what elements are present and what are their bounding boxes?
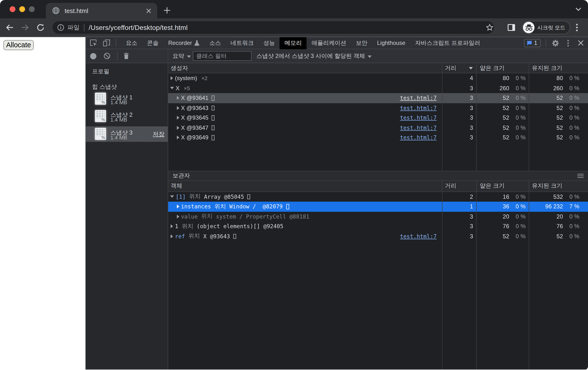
heap-grid-area: 생성자 거리 얕은 크기 유지된 크기 (system)×24800 %800 …	[168, 63, 588, 370]
devtools-close-icon[interactable]	[578, 40, 584, 46]
column-header-shallow-size[interactable]: 얕은 크기	[476, 181, 529, 191]
record-heap-icon[interactable]	[90, 53, 96, 59]
cell-distance: 3	[442, 103, 476, 113]
retainer-row[interactable]: [1]위치Array @850452160 %5320 %	[168, 192, 588, 202]
column-header-retained-size[interactable]: 유지된 크기	[529, 181, 588, 191]
retainers-menu-icon[interactable]	[578, 174, 584, 178]
constructor-row[interactable]: X @93643test.html:73520 %520 %	[168, 103, 588, 113]
devtools-tab-1[interactable]: 요소	[121, 37, 142, 49]
source-link[interactable]: test.html:7	[400, 95, 442, 102]
devtools-tab-9[interactable]: 보안	[351, 37, 372, 49]
column-header-object[interactable]: 객체	[168, 181, 442, 191]
collapsed-triangle-icon[interactable]	[171, 234, 173, 238]
tab-close-icon[interactable]	[146, 8, 151, 13]
devtools-tab-8[interactable]: 애플리케이션	[307, 37, 351, 49]
snapshot-item-1[interactable]: %스냅샷 11.4 MB	[86, 91, 168, 106]
collapsed-triangle-icon[interactable]	[177, 106, 179, 110]
clear-profiles-icon[interactable]	[104, 53, 110, 59]
collapsed-triangle-icon[interactable]	[171, 225, 173, 229]
url-text[interactable]: /Users/yceffort/Desktop/test.html	[89, 24, 188, 31]
class-filter-input[interactable]	[193, 51, 252, 61]
retainer-row[interactable]: instances위치Window / @820791360 %96 2327 …	[168, 202, 588, 212]
device-toolbar-icon[interactable]	[103, 39, 110, 47]
collapsed-triangle-icon[interactable]	[177, 96, 179, 100]
minimize-window-button[interactable]	[19, 6, 25, 12]
window-content: Allocate 요소콘솔Recorder소스네트워크성능메모리애플리케이션보안…	[0, 37, 588, 370]
collapsed-triangle-icon[interactable]	[177, 215, 179, 218]
forward-button[interactable]	[21, 23, 29, 32]
devtools-tab-4[interactable]: 소스	[205, 37, 226, 49]
side-panel-icon[interactable]	[507, 24, 515, 31]
source-link[interactable]: test.html:7	[400, 105, 442, 111]
constructor-row[interactable]: X @93647test.html:73520 %520 %	[168, 123, 588, 133]
allocation-filter-select[interactable]: 스냅샷 2에서 스냅샷 3 사이에 할당된 객체	[256, 52, 372, 60]
close-window-button[interactable]	[10, 6, 15, 12]
column-header-distance[interactable]: 거리	[442, 181, 476, 191]
back-button[interactable]	[5, 23, 14, 32]
reload-button[interactable]	[36, 23, 45, 32]
collapsed-triangle-icon[interactable]	[177, 116, 179, 120]
browser-tab[interactable]: test.html	[46, 3, 157, 18]
devtools-panel: 요소콘솔Recorder소스네트워크성능메모리애플리케이션보안Lighthous…	[85, 37, 588, 370]
tab-overflow-chevron-icon[interactable]	[576, 7, 581, 11]
devtools-tab-5[interactable]: 네트워크	[226, 37, 259, 49]
source-link[interactable]: test.html:7	[400, 115, 442, 121]
bookmark-star-icon[interactable]	[486, 24, 494, 31]
devtools-tab-6[interactable]: 성능	[259, 37, 280, 49]
constructor-row[interactable]: X @93649test.html:73520 %520 %	[168, 133, 588, 142]
source-link[interactable]: test.html:7	[400, 124, 442, 131]
cell-distance: 3	[442, 83, 476, 93]
inspect-element-icon[interactable]	[90, 39, 97, 47]
column-header-retained-size[interactable]: 유지된 크기	[529, 63, 588, 73]
collapsed-triangle-icon[interactable]	[177, 126, 179, 130]
devtools-tab-3[interactable]: Recorder	[163, 37, 205, 49]
retainer-row[interactable]: ref위치X @93643test.html:73520 %520 %	[168, 231, 588, 241]
retainer-row[interactable]: value위치system / PropertyCell @881813200 …	[168, 212, 588, 221]
page-info-icon[interactable]	[57, 24, 64, 31]
devtools-tab-7[interactable]: 메모리	[280, 37, 307, 49]
devtools-tab-label: 소스	[210, 39, 221, 47]
collapsed-triangle-icon[interactable]	[177, 136, 179, 140]
devtools-tab-11[interactable]: 자바스크립트 프로파일러	[410, 37, 485, 49]
constructor-row[interactable]: X @93641test.html:73520 %520 %	[168, 93, 588, 103]
devtools-tab-2[interactable]: 콘솔	[142, 37, 163, 49]
delete-profile-icon[interactable]	[123, 53, 129, 59]
allocate-button[interactable]: Allocate	[3, 40, 34, 50]
new-tab-button[interactable]	[163, 7, 171, 14]
expanded-triangle-icon[interactable]	[170, 196, 174, 198]
incognito-profile-chip[interactable]: 시크릿 모드	[522, 21, 570, 34]
chevron-down-icon	[187, 55, 191, 58]
retainer-row[interactable]: 1위치(object elements)[] @924053760 %760 %	[168, 221, 588, 231]
cell-shallow-size: 520 %	[476, 93, 529, 103]
snapshot-save-link[interactable]: 저장	[153, 130, 164, 138]
devtools-menu-icon[interactable]	[567, 39, 569, 46]
expanded-triangle-icon[interactable]	[170, 87, 174, 89]
zoom-window-button[interactable]	[29, 6, 35, 12]
snapshot-item-3[interactable]: %스냅샷 31.4 MB저장	[86, 126, 168, 141]
browser-menu-icon[interactable]	[576, 24, 578, 31]
devtools-tab-10[interactable]: Lighthouse	[372, 37, 410, 49]
instance-count: ×2	[201, 76, 208, 81]
snapshot-size: 1.4 MB	[110, 99, 127, 105]
address-bar[interactable]: 파일 /Users/yceffort/Desktop/test.html	[52, 21, 494, 34]
column-header-shallow-size[interactable]: 얕은 크기	[476, 63, 529, 73]
constructor-row[interactable]: (system)×24800 %800 %	[168, 73, 588, 83]
source-link[interactable]: test.html:7	[400, 233, 442, 240]
constructor-row[interactable]: X @93645test.html:73520 %520 %	[168, 113, 588, 123]
collapsed-triangle-icon[interactable]	[177, 205, 179, 209]
retained-size-value: 52	[529, 233, 563, 240]
constructor-row[interactable]: X×532600 %2600 %	[168, 83, 588, 93]
column-header-constructor[interactable]: 생성자	[168, 63, 442, 73]
perspective-select[interactable]: 요약	[173, 52, 191, 60]
constructors-rows: (system)×24800 %800 %X×532600 %2600 %X @…	[168, 73, 588, 142]
collapsed-triangle-icon[interactable]	[171, 76, 173, 80]
console-message-badge[interactable]: 1	[524, 39, 541, 47]
column-header-distance[interactable]: 거리	[442, 63, 476, 73]
cell-object: instances위치Window / @82079	[168, 202, 442, 212]
cell-constructor: (system)×2	[168, 73, 442, 83]
snapshot-item-2[interactable]: %스냅샷 21.4 MB	[86, 109, 168, 124]
settings-gear-icon[interactable]	[552, 39, 559, 46]
retained-size-percent: 0 %	[563, 223, 588, 230]
devtools-tab-label: Lighthouse	[377, 40, 405, 46]
source-link[interactable]: test.html:7	[400, 134, 442, 141]
